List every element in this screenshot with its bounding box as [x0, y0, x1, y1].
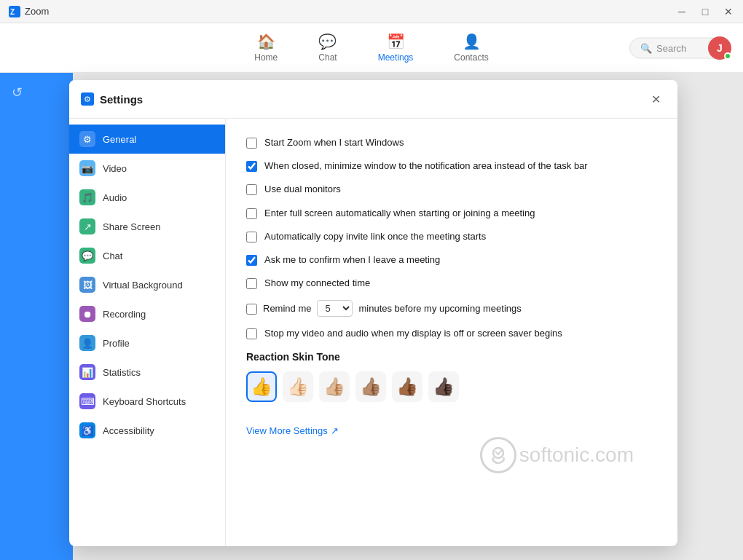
search-placeholder: Search [656, 42, 686, 53]
skin-tone-btn-3[interactable]: 👍🏽 [355, 371, 386, 402]
sidebar-item-statistics[interactable]: 📊 Statistics [69, 358, 225, 387]
sidebar-item-video[interactable]: 📷 Video [69, 154, 225, 183]
nav-label-home: Home [254, 52, 278, 63]
modal-header: ⚙ Settings ✕ [69, 80, 677, 119]
nav-items: 🏠 Home 💬 Chat 📅 Meetings 👤 Contacts [245, 28, 497, 67]
skin-tone-btn-4[interactable]: 👍🏾 [392, 371, 422, 402]
modal-close-button[interactable]: ✕ [645, 89, 666, 109]
app-logo: Z Zoom [9, 6, 49, 17]
sidebar-item-general[interactable]: ⚙ General [69, 125, 225, 154]
general-icon: ⚙ [79, 131, 95, 147]
nav-item-home[interactable]: 🏠 Home [245, 28, 286, 67]
checkbox-dual-monitors[interactable] [246, 184, 257, 195]
statistics-icon: 📊 [79, 364, 95, 380]
sharescreen-icon: ↗ [79, 218, 95, 234]
video-icon: 📷 [79, 160, 95, 176]
modal-title: Settings [100, 93, 143, 106]
checkbox-row-confirm-leave: Ask me to confirm when I leave a meeting [246, 253, 657, 267]
view-more-settings-link[interactable]: View More Settings ↗ [246, 425, 657, 436]
window-close-button[interactable]: ✕ [720, 3, 737, 20]
checkbox-row-full-screen: Enter full screen automatically when sta… [246, 207, 657, 220]
checkbox-minimize[interactable] [246, 161, 257, 172]
audio-icon: 🎵 [79, 189, 95, 205]
reaction-skin-tone-title: Reaction Skin Tone [246, 351, 657, 363]
label-show-time: Show my connected time [264, 277, 370, 290]
minimize-button[interactable]: ─ [673, 3, 691, 20]
checkbox-full-screen[interactable] [246, 208, 257, 219]
nav-label-meetings: Meetings [378, 52, 414, 63]
checkbox-show-time[interactable] [246, 278, 257, 289]
checkbox-row-show-time: Show my connected time [246, 277, 657, 290]
label-confirm-leave: Ask me to confirm when I leave a meeting [264, 253, 440, 267]
modal-body: ⚙ General 📷 Video 🎵 Audio ↗ Share Screen [69, 119, 677, 546]
sidebar-item-audio[interactable]: 🎵 Audio [69, 183, 225, 212]
sidebar-label-statistics: Statistics [103, 367, 141, 378]
content-area: ↺ ⚙ Settings ✕ ⚙ General [0, 73, 743, 560]
window-controls: ─ □ ✕ [673, 3, 737, 20]
nav-label-chat: Chat [318, 52, 337, 63]
sidebar-label-virtual: Virtual Background [103, 280, 183, 291]
online-status-dot [724, 52, 731, 60]
sidebar-item-sharescreen[interactable]: ↗ Share Screen [69, 212, 225, 241]
sidebar-label-sharescreen: Share Screen [103, 221, 161, 232]
refresh-icon[interactable]: ↺ [12, 84, 23, 100]
navbar: 🏠 Home 💬 Chat 📅 Meetings 👤 Contacts 🔍 Se… [0, 23, 743, 73]
remind-minutes-select[interactable]: 5 10 15 20 [317, 300, 353, 317]
settings-modal: ⚙ Settings ✕ ⚙ General 📷 Video [69, 80, 677, 546]
sidebar-label-general: General [103, 134, 136, 145]
remind-row: Remind me 5 10 15 20 minutes before my u… [246, 300, 657, 317]
checkbox-row-minimize: When closed, minimize window to the noti… [246, 159, 657, 173]
accessibility-icon: ♿ [79, 422, 95, 438]
skin-tone-btn-2[interactable]: 👍🏼 [319, 371, 350, 402]
watermark-icon [480, 437, 516, 473]
profile-icon: 👤 [79, 335, 95, 351]
sidebar-item-chat[interactable]: 💬 Chat [69, 241, 225, 270]
app-container: 🏠 Home 💬 Chat 📅 Meetings 👤 Contacts 🔍 Se… [0, 23, 743, 560]
contacts-icon: 👤 [463, 33, 481, 50]
virtual-background-icon: 🖼 [79, 277, 95, 293]
skin-tone-btn-1[interactable]: 👍🏻 [283, 371, 313, 402]
checkbox-confirm-leave[interactable] [246, 255, 257, 266]
settings-sidebar: ⚙ General 📷 Video 🎵 Audio ↗ Share Screen [69, 119, 226, 546]
remind-suffix: minutes before my upcoming meetings [358, 302, 521, 315]
watermark-text: softonic.com [519, 443, 634, 467]
sidebar-label-profile: Profile [103, 338, 130, 349]
chat-icon: 💬 [318, 33, 337, 50]
maximize-button[interactable]: □ [696, 3, 714, 20]
sidebar-item-recording[interactable]: ⏺ Recording [69, 299, 225, 328]
label-stop-video: Stop my video and audio when my display … [264, 327, 562, 340]
external-link-icon: ↗ [331, 425, 339, 436]
emoji-skin-tone-row: 👍 👍🏻 👍🏼 👍🏽 👍🏾 👍🏿 [246, 371, 657, 402]
skin-tone-btn-0[interactable]: 👍 [246, 371, 277, 402]
checkbox-row-copy-invite: Automatically copy invite link once the … [246, 230, 657, 243]
avatar[interactable]: J [708, 36, 731, 60]
modal-title-row: ⚙ Settings [81, 92, 143, 106]
checkbox-remind[interactable] [246, 304, 257, 315]
checkbox-copy-invite[interactable] [246, 232, 257, 242]
svg-point-2 [493, 448, 503, 458]
nav-item-chat[interactable]: 💬 Chat [310, 28, 345, 67]
nav-item-contacts[interactable]: 👤 Contacts [445, 28, 497, 67]
label-minimize: When closed, minimize window to the noti… [264, 159, 588, 173]
zoom-logo-icon: Z [9, 6, 20, 17]
avatar-initials: J [717, 42, 723, 54]
sidebar-item-profile[interactable]: 👤 Profile [69, 328, 225, 358]
settings-content: Start Zoom when I start Windows When clo… [226, 119, 677, 546]
search-icon: 🔍 [640, 42, 652, 53]
skin-tone-btn-5[interactable]: 👍🏿 [428, 371, 459, 402]
sidebar-item-keyboard-shortcuts[interactable]: ⌨ Keyboard Shortcuts [69, 387, 225, 416]
sidebar-label-audio: Audio [103, 192, 127, 203]
home-icon: 🏠 [257, 33, 275, 50]
sidebar-item-virtual-background[interactable]: 🖼 Virtual Background [69, 270, 225, 299]
checkbox-start-zoom[interactable] [246, 138, 257, 149]
checkbox-row-dual-monitors: Use dual monitors [246, 183, 657, 196]
svg-text:Z: Z [10, 8, 15, 16]
nav-item-meetings[interactable]: 📅 Meetings [369, 28, 422, 67]
checkbox-stop-video[interactable] [246, 328, 257, 339]
titlebar: Z Zoom ─ □ ✕ [0, 0, 743, 23]
meetings-icon: 📅 [387, 33, 405, 50]
keyboard-icon: ⌨ [79, 393, 95, 409]
left-panel: ↺ [0, 73, 73, 560]
sidebar-item-accessibility[interactable]: ♿ Accessibility [69, 416, 225, 445]
settings-modal-icon: ⚙ [81, 92, 94, 106]
